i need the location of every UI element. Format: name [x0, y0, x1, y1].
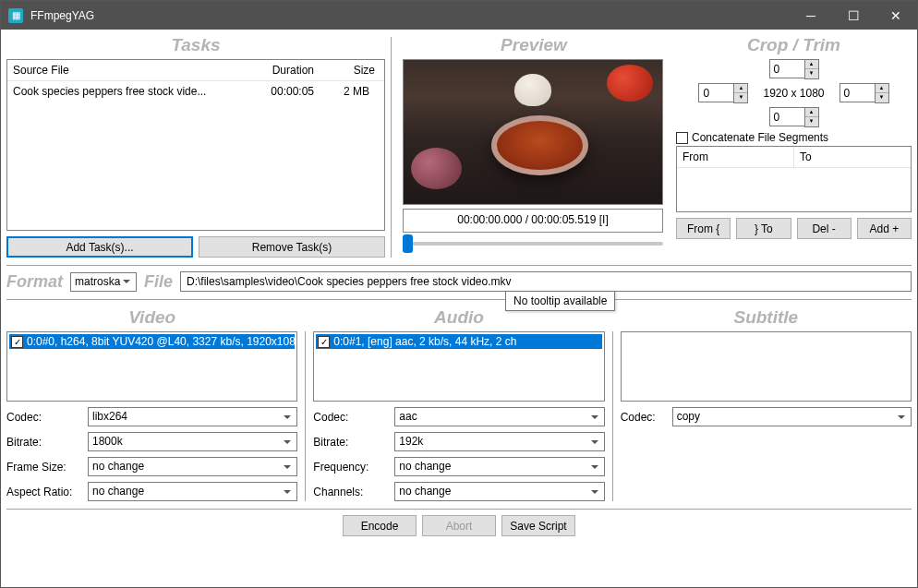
preview-image [403, 59, 663, 205]
video-codec-label: Codec: [6, 411, 82, 424]
tooltip: No tooltip available [505, 291, 615, 311]
crop-right-input[interactable]: ▲▼ [839, 83, 889, 103]
video-bitrate-label: Bitrate: [6, 436, 82, 449]
tasks-table: Source File Duration Size Cook species p… [6, 59, 385, 231]
concat-checkbox[interactable] [676, 132, 688, 144]
audio-stream-item[interactable]: ✓ 0:0#1, [eng] aac, 2 kb/s, 44 kHz, 2 ch [316, 334, 601, 349]
audio-stream-label: 0:0#1, [eng] aac, 2 kb/s, 44 kHz, 2 ch [333, 335, 516, 348]
col-source[interactable]: Source File [7, 60, 227, 80]
video-stream-item[interactable]: ✓ 0:0#0, h264, 8bit YUV420 @L40, 3327 kb… [9, 334, 295, 349]
task-source: Cook species peppers free stock vide... [13, 85, 222, 98]
seg-col-from[interactable]: From [677, 147, 794, 167]
video-header: Video [6, 307, 297, 328]
video-codec-select[interactable]: libx264 [88, 407, 297, 426]
audio-codec-label: Codec: [313, 411, 389, 424]
to-button[interactable]: } To [736, 218, 791, 239]
audio-stream-checkbox[interactable]: ✓ [318, 336, 330, 348]
abort-button: Abort [422, 515, 496, 536]
crop-top-input[interactable]: ▲▼ [769, 59, 819, 79]
preview-timecode: 00:00:00.000 / 00:00:05.519 [I] [403, 209, 663, 233]
crop-bottom-input[interactable]: ▲▼ [769, 107, 819, 127]
tasks-header: Tasks [6, 35, 385, 55]
audio-freq-select[interactable]: no change [394, 457, 604, 476]
video-aspect-label: Aspect Ratio: [6, 486, 82, 498]
video-bitrate-select[interactable]: 1800k [88, 432, 297, 451]
audio-bitrate-select[interactable]: 192k [394, 432, 604, 451]
add-task-button[interactable]: Add Task(s)... [6, 236, 193, 258]
seg-col-to[interactable]: To [794, 147, 911, 167]
video-stream-checkbox[interactable]: ✓ [11, 336, 23, 348]
window-title: FFmpegYAG [30, 9, 790, 22]
audio-stream-list[interactable]: ✓ 0:0#1, [eng] aac, 2 kb/s, 44 kHz, 2 ch [313, 331, 604, 402]
crop-dimensions: 1920 x 1080 [754, 87, 833, 100]
save-script-button[interactable]: Save Script [501, 515, 575, 536]
crop-left-input[interactable]: ▲▼ [698, 83, 748, 103]
del-button[interactable]: Del - [797, 218, 852, 239]
audio-channels-label: Channels: [313, 486, 389, 498]
video-stream-list[interactable]: ✓ 0:0#0, h264, 8bit YUV420 @L40, 3327 kb… [6, 331, 297, 402]
subtitle-header: Subtitle [621, 307, 912, 328]
preview-content [607, 65, 653, 102]
spin-up-icon[interactable]: ▲ [805, 60, 818, 69]
col-size[interactable]: Size [320, 60, 384, 80]
video-framesize-select[interactable]: no change [88, 457, 297, 476]
file-label: File [144, 272, 173, 292]
preview-slider[interactable] [403, 242, 663, 246]
add-segment-button[interactable]: Add + [857, 218, 912, 239]
audio-bitrate-label: Bitrate: [313, 436, 389, 449]
subtitle-stream-list[interactable] [621, 331, 912, 402]
col-duration[interactable]: Duration [227, 60, 320, 80]
minimize-button[interactable]: ─ [790, 1, 832, 30]
file-input[interactable] [180, 271, 912, 292]
task-duration: 00:00:05 [222, 85, 314, 98]
remove-task-button[interactable]: Remove Task(s) [199, 236, 385, 258]
video-stream-label: 0:0#0, h264, 8bit YUV420 @L40, 3327 kb/s… [27, 335, 295, 348]
concat-label: Concatenate File Segments [692, 131, 828, 144]
audio-codec-select[interactable]: aac [394, 407, 604, 426]
spin-down-icon[interactable]: ▼ [805, 69, 818, 78]
from-button[interactable]: From { [676, 218, 731, 239]
video-framesize-label: Frame Size: [6, 461, 82, 474]
audio-channels-select[interactable]: no change [394, 482, 604, 501]
task-size: 2 MB [314, 85, 379, 98]
format-label: Format [6, 272, 63, 292]
titlebar: ▦ FFmpegYAG ─ ☐ ✕ [1, 1, 917, 30]
maximize-button[interactable]: ☐ [832, 1, 875, 30]
crop-header: Crop / Trim [676, 35, 912, 55]
encode-button[interactable]: Encode [343, 515, 417, 536]
format-select[interactable]: matroska [70, 272, 137, 292]
preview-header: Preview [397, 35, 670, 55]
segments-table: From To [676, 146, 912, 212]
audio-freq-label: Frequency: [313, 461, 389, 474]
subtitle-codec-select[interactable]: copy [672, 407, 912, 426]
task-row[interactable]: Cook species peppers free stock vide... … [7, 81, 384, 102]
app-icon: ▦ [8, 8, 23, 23]
slider-thumb[interactable] [403, 234, 413, 253]
video-aspect-select[interactable]: no change [88, 482, 297, 501]
close-button[interactable]: ✕ [875, 1, 917, 30]
subtitle-codec-label: Codec: [621, 411, 667, 424]
